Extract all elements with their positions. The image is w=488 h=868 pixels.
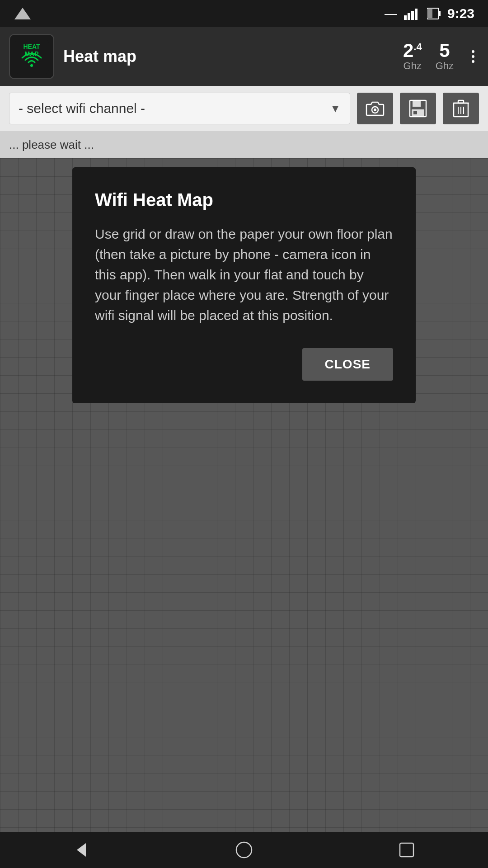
- svg-rect-26: [400, 843, 413, 857]
- camera-icon: [366, 100, 385, 117]
- save-button[interactable]: [400, 93, 436, 124]
- signal-icon: [404, 7, 420, 20]
- freq-5-number: 5: [439, 41, 450, 60]
- svg-marker-24: [77, 843, 86, 857]
- freq-5-button[interactable]: 5 Ghz: [436, 41, 454, 72]
- minus-status-icon: —: [385, 6, 397, 21]
- toolbar: HEAT MAP Heat map 2.4 Ghz 5 Ghz: [0, 27, 488, 86]
- svg-rect-17: [413, 111, 417, 114]
- svg-rect-2: [408, 13, 410, 20]
- chevron-down-icon: ▼: [330, 102, 341, 115]
- app-logo-inner: HEAT MAP: [14, 38, 50, 75]
- trash-icon: [453, 99, 469, 118]
- channel-row: - select wifi channel - ▼: [0, 86, 488, 131]
- svg-point-11: [30, 64, 33, 67]
- freq-2-4-button[interactable]: 2.4 Ghz: [403, 41, 422, 72]
- freq-2-4-number: 2.4: [403, 41, 422, 60]
- recents-icon: [399, 842, 415, 858]
- more-dot-1: [472, 50, 474, 53]
- save-icon: [409, 99, 427, 118]
- svg-rect-1: [404, 15, 407, 20]
- status-bar: — 9:23: [0, 0, 488, 27]
- svg-rect-3: [411, 11, 414, 20]
- svg-rect-7: [428, 9, 432, 18]
- more-options-button[interactable]: [467, 46, 479, 67]
- grid-area: Wifi Heat Map Use grid or draw on the pa…: [0, 158, 488, 832]
- notification-icon: [14, 7, 32, 20]
- battery-icon: [427, 7, 441, 20]
- delete-button[interactable]: [443, 93, 479, 124]
- dialog-close-row: CLOSE: [95, 348, 393, 381]
- freq-buttons: 2.4 Ghz 5 Ghz: [403, 41, 479, 72]
- app-title: Heat map: [63, 47, 394, 66]
- wait-text: ... please wait ...: [9, 138, 94, 152]
- nav-bar: [0, 832, 488, 868]
- more-dot-3: [472, 60, 474, 63]
- camera-button[interactable]: [357, 93, 393, 124]
- dialog-overlay: Wifi Heat Map Use grid or draw on the pa…: [0, 158, 488, 832]
- more-dot-2: [472, 55, 474, 58]
- svg-rect-20: [458, 100, 464, 103]
- status-bar-left: [14, 7, 32, 20]
- svg-point-25: [236, 842, 252, 858]
- svg-text:HEAT: HEAT: [23, 43, 40, 50]
- dialog-body: Use grid or draw on the paper your own f…: [95, 224, 393, 326]
- svg-point-13: [374, 108, 376, 111]
- app-logo: HEAT MAP: [9, 34, 54, 79]
- freq-5-label: Ghz: [436, 60, 454, 72]
- back-icon: [72, 841, 90, 859]
- dialog-title: Wifi Heat Map: [95, 190, 393, 210]
- close-button[interactable]: CLOSE: [302, 348, 393, 381]
- channel-dropdown[interactable]: - select wifi channel - ▼: [9, 93, 350, 124]
- heatmap-wifi-logo: HEAT MAP: [15, 40, 49, 74]
- svg-rect-6: [439, 11, 441, 16]
- status-time: 9:23: [447, 6, 474, 21]
- home-button[interactable]: [230, 836, 258, 863]
- status-bar-right: — 9:23: [385, 6, 474, 21]
- wait-bar: ... please wait ...: [0, 131, 488, 158]
- freq-2-4-decimal: .4: [413, 41, 422, 52]
- svg-rect-4: [415, 9, 418, 20]
- recents-button[interactable]: [393, 836, 420, 863]
- freq-2-4-label: Ghz: [404, 60, 422, 72]
- home-icon: [235, 841, 253, 859]
- dialog: Wifi Heat Map Use grid or draw on the pa…: [72, 167, 416, 403]
- channel-dropdown-text: - select wifi channel -: [19, 101, 145, 116]
- svg-marker-0: [14, 8, 31, 19]
- svg-rect-15: [413, 100, 421, 107]
- back-button[interactable]: [68, 836, 95, 863]
